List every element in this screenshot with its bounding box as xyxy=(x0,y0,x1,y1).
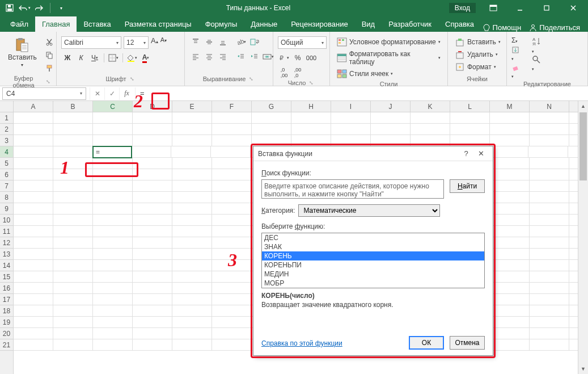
cell[interactable] xyxy=(172,237,212,249)
column-header[interactable]: I xyxy=(331,101,371,112)
format-cells-button[interactable]: Формат▾ xyxy=(452,61,498,73)
row-header[interactable]: 16 xyxy=(0,283,13,294)
cell[interactable] xyxy=(93,283,133,294)
cell[interactable] xyxy=(530,249,569,260)
cell[interactable] xyxy=(331,112,371,124)
align-top-icon[interactable] xyxy=(189,36,202,48)
row-header[interactable]: 4 xyxy=(0,146,13,158)
minimize-icon[interactable] xyxy=(507,0,532,16)
cell[interactable] xyxy=(291,112,331,124)
row-header[interactable]: 18 xyxy=(0,305,13,317)
cell[interactable] xyxy=(212,260,252,271)
cell[interactable] xyxy=(133,112,172,124)
cell[interactable] xyxy=(14,135,53,146)
cell[interactable] xyxy=(93,294,133,305)
cell[interactable] xyxy=(172,124,212,135)
cell[interactable] xyxy=(14,192,53,203)
cell[interactable] xyxy=(14,283,53,294)
cell[interactable] xyxy=(14,271,53,283)
cell[interactable] xyxy=(530,203,569,215)
cell[interactable] xyxy=(133,169,172,180)
cell[interactable] xyxy=(212,271,252,283)
cell[interactable] xyxy=(490,328,530,339)
cell[interactable] xyxy=(291,124,331,135)
paste-button[interactable]: Вставить ▾ xyxy=(5,36,40,69)
cell[interactable] xyxy=(490,158,530,169)
cell-styles-button[interactable]: Стили ячеек▾ xyxy=(335,68,395,79)
cell[interactable] xyxy=(530,317,569,328)
row-header[interactable]: 5 xyxy=(0,158,13,169)
ribbon-display-icon[interactable] xyxy=(480,0,506,16)
cell[interactable] xyxy=(14,215,53,226)
function-list-item[interactable]: ЗНАК xyxy=(262,242,484,251)
column-header[interactable]: H xyxy=(291,101,331,112)
cell[interactable] xyxy=(14,158,53,169)
cell[interactable] xyxy=(490,305,530,317)
cell[interactable] xyxy=(212,328,252,339)
row-header[interactable]: 7 xyxy=(0,180,13,192)
cell[interactable] xyxy=(490,237,530,249)
cell[interactable] xyxy=(93,317,133,328)
underline-button[interactable]: Ч▾ xyxy=(88,52,101,64)
cell[interactable] xyxy=(172,158,212,169)
cell[interactable] xyxy=(530,294,569,305)
font-size-combo[interactable]: 12▾ xyxy=(124,36,149,49)
cut-icon[interactable] xyxy=(44,36,55,48)
row-header[interactable]: 19 xyxy=(0,317,13,328)
borders-icon[interactable]: ▾ xyxy=(107,52,120,64)
tab-вставка[interactable]: Вставка xyxy=(77,16,117,32)
cell[interactable] xyxy=(172,112,212,124)
cell[interactable] xyxy=(14,226,53,237)
bold-button[interactable]: Ж xyxy=(61,52,74,64)
italic-button[interactable]: К xyxy=(75,52,87,64)
cell[interactable] xyxy=(528,146,568,158)
tab-рецензирование[interactable]: Рецензирование xyxy=(284,16,354,32)
align-middle-icon[interactable] xyxy=(203,36,215,48)
cell[interactable] xyxy=(93,180,133,192)
cell[interactable] xyxy=(93,339,133,351)
align-bottom-icon[interactable] xyxy=(217,36,229,48)
function-list-item[interactable]: КОРЕНЬПИ xyxy=(262,260,484,270)
cell[interactable] xyxy=(14,203,53,215)
cell[interactable] xyxy=(93,203,133,215)
cell[interactable] xyxy=(53,158,93,169)
insert-cells-button[interactable]: Вставить▾ xyxy=(452,36,503,48)
align-center-icon[interactable] xyxy=(203,51,215,62)
cell[interactable] xyxy=(172,317,212,328)
clipboard-launcher-icon[interactable]: ⤡ xyxy=(45,79,52,85)
decrease-font-icon[interactable]: A▾ xyxy=(160,36,167,49)
cell[interactable] xyxy=(133,339,172,351)
cell[interactable] xyxy=(93,226,133,237)
cell[interactable] xyxy=(133,226,172,237)
format-as-table-button[interactable]: Форматировать как таблицу▾ xyxy=(335,49,443,67)
accounting-format-icon[interactable]: ₽▾ xyxy=(278,52,290,64)
cell[interactable] xyxy=(371,124,411,135)
insert-function-icon[interactable]: fx xyxy=(119,87,134,100)
cell[interactable] xyxy=(212,226,252,237)
cell[interactable] xyxy=(530,339,569,351)
cell[interactable] xyxy=(93,237,133,249)
function-list-item[interactable]: ДЕС xyxy=(262,233,484,242)
cell[interactable] xyxy=(14,294,53,305)
cell[interactable] xyxy=(53,305,93,317)
cancel-formula-icon[interactable]: ✕ xyxy=(90,87,104,100)
cell[interactable] xyxy=(53,271,93,283)
row-header[interactable]: 3 xyxy=(0,135,13,146)
cell[interactable] xyxy=(490,112,530,124)
close-icon[interactable] xyxy=(560,0,586,16)
cell[interactable] xyxy=(14,112,53,124)
cell[interactable] xyxy=(530,158,569,169)
font-color-icon[interactable]: A▾ xyxy=(139,52,152,64)
tab-данные[interactable]: Данные xyxy=(244,16,284,32)
cell[interactable] xyxy=(133,237,172,249)
cell[interactable] xyxy=(53,317,93,328)
cell[interactable] xyxy=(371,112,411,124)
function-list[interactable]: ДЕСЗНАККОРЕНЬКОРЕНЬПИМЕДИНМОБРМОПРЕД xyxy=(261,233,485,288)
column-header[interactable]: M xyxy=(490,101,530,112)
column-header[interactable]: J xyxy=(371,101,411,112)
cell[interactable] xyxy=(133,203,172,215)
tab-формулы[interactable]: Формулы xyxy=(198,16,244,32)
cell[interactable] xyxy=(530,112,569,124)
cell[interactable] xyxy=(530,169,569,180)
decrease-decimal-icon[interactable]: ,00,0 xyxy=(291,67,304,78)
